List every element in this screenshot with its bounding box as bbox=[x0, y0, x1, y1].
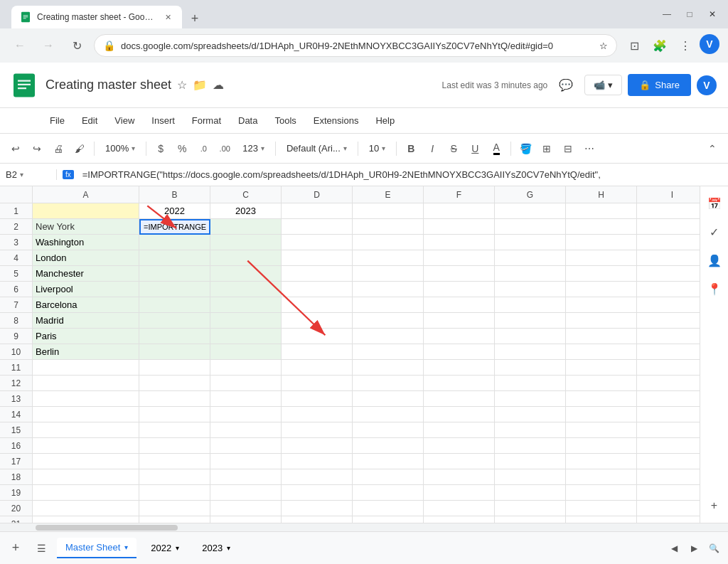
cell-g8[interactable] bbox=[495, 313, 566, 329]
cell-a4[interactable]: London bbox=[33, 250, 139, 266]
address-bar[interactable]: 🔒 docs.google.com/spreadsheets/d/1DHAph_… bbox=[94, 34, 617, 57]
sheets-list-button[interactable]: ☰ bbox=[31, 538, 51, 558]
menu-help[interactable]: Help bbox=[368, 111, 402, 130]
col-header-e[interactable]: E bbox=[353, 186, 424, 203]
cell-c8[interactable] bbox=[210, 313, 282, 329]
cell-i4[interactable] bbox=[637, 250, 700, 266]
redo-button[interactable]: ↪ bbox=[27, 139, 47, 159]
cell-c1[interactable]: 2023 bbox=[210, 203, 282, 219]
row-header-6[interactable]: 6 bbox=[0, 282, 32, 297]
col-header-c[interactable]: C bbox=[210, 186, 282, 203]
cell-g6[interactable] bbox=[495, 282, 566, 297]
user-avatar[interactable]: V bbox=[697, 75, 717, 95]
cell-h6[interactable] bbox=[566, 282, 637, 297]
menu-view[interactable]: View bbox=[107, 111, 141, 130]
close-window-button[interactable]: ✕ bbox=[702, 4, 722, 24]
cell-b5[interactable] bbox=[139, 266, 210, 282]
back-button[interactable]: ← bbox=[9, 34, 31, 57]
fill-color-button[interactable]: 🪣 bbox=[515, 139, 535, 159]
font-dropdown[interactable]: Default (Ari... ▾ bbox=[280, 139, 353, 157]
cell-i5[interactable] bbox=[637, 266, 700, 282]
cell-d7[interactable] bbox=[282, 297, 353, 313]
cell-e4[interactable] bbox=[353, 250, 424, 266]
cell-c9[interactable] bbox=[210, 329, 282, 344]
cell-e2[interactable] bbox=[353, 219, 424, 235]
cell-h1[interactable] bbox=[566, 203, 637, 219]
row-header-15[interactable]: 15 bbox=[0, 422, 32, 438]
row-header-16[interactable]: 16 bbox=[0, 438, 32, 454]
cell-reference[interactable]: B2 ▾ bbox=[0, 169, 57, 180]
strikethrough-button[interactable]: S bbox=[444, 139, 464, 159]
cell-e11[interactable] bbox=[353, 360, 424, 376]
cell-i6[interactable] bbox=[637, 282, 700, 297]
browser-menu-icon[interactable]: ⋮ bbox=[674, 34, 697, 57]
bold-button[interactable]: B bbox=[401, 139, 421, 159]
col-header-f[interactable]: F bbox=[424, 186, 495, 203]
cell-g11[interactable] bbox=[495, 360, 566, 376]
formula-content[interactable]: =IMPORTRANGE("https://docs.google.com/sp… bbox=[80, 169, 728, 180]
cell-b1[interactable]: 2022 bbox=[139, 203, 210, 219]
menu-extensions[interactable]: Extensions bbox=[306, 111, 366, 130]
row-header-12[interactable]: 12 bbox=[0, 376, 32, 391]
cell-a6[interactable]: Liverpool bbox=[33, 282, 139, 297]
refresh-button[interactable]: ↻ bbox=[65, 34, 88, 57]
cell-i9[interactable] bbox=[637, 329, 700, 344]
cell-h10[interactable] bbox=[566, 344, 637, 360]
cell-c6[interactable] bbox=[210, 282, 282, 297]
zoom-dropdown[interactable]: 100% ▾ bbox=[99, 139, 141, 157]
col-header-i[interactable]: I bbox=[637, 186, 700, 203]
row-header-2[interactable]: 2 bbox=[0, 219, 32, 235]
row-header-14[interactable]: 14 bbox=[0, 407, 32, 422]
row-header-11[interactable]: 11 bbox=[0, 360, 32, 376]
cell-c2[interactable] bbox=[210, 219, 282, 235]
cell-g5[interactable] bbox=[495, 266, 566, 282]
maps-sidebar-button[interactable]: 📍 bbox=[703, 277, 726, 300]
cell-d2[interactable] bbox=[282, 219, 353, 235]
cell-h7[interactable] bbox=[566, 297, 637, 313]
cell-d11[interactable] bbox=[282, 360, 353, 376]
maximize-button[interactable]: □ bbox=[680, 4, 700, 24]
col-header-b[interactable]: B bbox=[139, 186, 210, 203]
cell-f1[interactable] bbox=[424, 203, 495, 219]
move-to-folder-icon[interactable]: 📁 bbox=[193, 78, 207, 92]
cell-f11[interactable] bbox=[424, 360, 495, 376]
row-header-8[interactable]: 8 bbox=[0, 313, 32, 329]
col-header-d[interactable]: D bbox=[282, 186, 353, 203]
currency-button[interactable]: $ bbox=[151, 139, 171, 159]
extensions-icon[interactable]: 🧩 bbox=[648, 34, 671, 57]
menu-file[interactable]: File bbox=[43, 111, 72, 130]
cell-a7[interactable]: Barcelona bbox=[33, 297, 139, 313]
cell-h2[interactable] bbox=[566, 219, 637, 235]
paint-format-button[interactable]: 🖌 bbox=[70, 139, 90, 159]
print-button[interactable]: 🖨 bbox=[48, 139, 68, 159]
cell-h4[interactable] bbox=[566, 250, 637, 266]
cell-a10[interactable]: Berlin bbox=[33, 344, 139, 360]
cell-e9[interactable] bbox=[353, 329, 424, 344]
cell-f5[interactable] bbox=[424, 266, 495, 282]
cell-a11[interactable] bbox=[33, 360, 139, 376]
cell-i11[interactable] bbox=[637, 360, 700, 376]
add-sidebar-button[interactable]: + bbox=[703, 494, 726, 517]
cell-a9[interactable]: Paris bbox=[33, 329, 139, 344]
cell-h9[interactable] bbox=[566, 329, 637, 344]
cell-h3[interactable] bbox=[566, 235, 637, 250]
cell-f7[interactable] bbox=[424, 297, 495, 313]
menu-tools[interactable]: Tools bbox=[267, 111, 303, 130]
cell-b11[interactable] bbox=[139, 360, 210, 376]
cell-d8[interactable] bbox=[282, 313, 353, 329]
cell-d3[interactable] bbox=[282, 235, 353, 250]
collapse-toolbar-button[interactable]: ⌃ bbox=[702, 139, 722, 159]
comments-button[interactable]: 💬 bbox=[553, 73, 579, 98]
undo-button[interactable]: ↩ bbox=[6, 139, 26, 159]
explore-button[interactable]: 🔍 bbox=[705, 540, 722, 557]
more-formats-dropdown[interactable]: 123 ▾ bbox=[236, 139, 271, 157]
cell-a8[interactable]: Madrid bbox=[33, 313, 139, 329]
cell-g7[interactable] bbox=[495, 297, 566, 313]
browser-tab[interactable]: Creating master sheet - Google S ✕ bbox=[11, 6, 182, 28]
cell-g4[interactable] bbox=[495, 250, 566, 266]
add-sheet-button[interactable]: + bbox=[6, 538, 26, 558]
cell-e3[interactable] bbox=[353, 235, 424, 250]
cloud-save-icon[interactable]: ☁ bbox=[213, 78, 224, 92]
row-header-7[interactable]: 7 bbox=[0, 297, 32, 313]
text-color-button[interactable]: A bbox=[486, 139, 506, 159]
